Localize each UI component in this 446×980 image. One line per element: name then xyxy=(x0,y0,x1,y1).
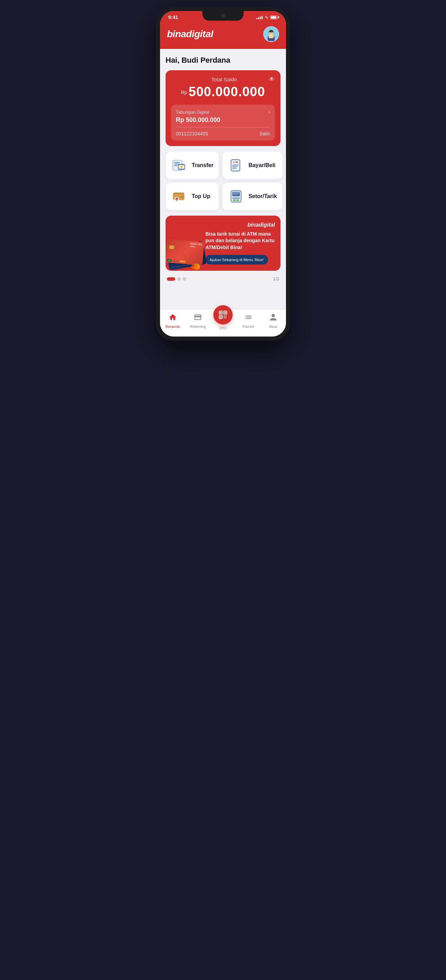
svg-rect-20 xyxy=(232,166,238,167)
banner-cta[interactable]: Ajukan Sekarang di Menu 'Akun' xyxy=(205,255,268,264)
akun-icon xyxy=(269,313,278,323)
svg-text:Rp: Rp xyxy=(234,161,237,164)
svg-rect-10 xyxy=(174,164,179,164)
account-number: 001122334455 xyxy=(176,131,208,137)
svg-rect-29 xyxy=(233,194,238,195)
pay-label: Bayar/Beli xyxy=(248,162,275,169)
phone-frame: 9:41 ∿ binadigital xyxy=(156,7,290,340)
svg-rect-33 xyxy=(220,312,222,313)
sub-card-amount: Rp 500.000.000 xyxy=(176,116,270,124)
signal-icon xyxy=(256,15,263,19)
svg-rect-40 xyxy=(224,317,225,318)
topup-button[interactable]: Top Up xyxy=(165,183,219,210)
transfer-label: Transfer xyxy=(192,162,213,169)
topup-icon xyxy=(171,188,187,205)
dot-2 xyxy=(177,277,181,281)
rekening-icon xyxy=(194,313,202,323)
app-logo: binadigital xyxy=(167,29,213,40)
svg-rect-37 xyxy=(220,317,222,318)
notch xyxy=(202,11,244,21)
nav-favorit[interactable]: Favorit xyxy=(236,313,261,329)
avatar[interactable] xyxy=(263,26,279,42)
battery-icon xyxy=(270,16,278,19)
svg-rect-35 xyxy=(225,312,226,313)
svg-rect-11 xyxy=(174,165,177,166)
phone-screen: 9:41 ∿ binadigital xyxy=(160,11,286,337)
svg-rect-41 xyxy=(225,317,227,318)
nav-beranda[interactable]: Beranda xyxy=(160,313,185,329)
status-icons: ∿ xyxy=(256,15,278,20)
app-header: binadigital xyxy=(160,22,286,49)
favorit-icon xyxy=(244,313,252,323)
nav-akun-label: Akun xyxy=(269,325,278,329)
atm-button[interactable]: Setor/Tarik xyxy=(222,183,282,210)
qr-icon xyxy=(218,310,228,320)
nav-rekening-label: Rekening xyxy=(190,325,206,329)
transfer-icon xyxy=(171,157,187,173)
balance-currency: Rp xyxy=(181,89,187,95)
svg-rect-38 xyxy=(224,315,225,317)
balance-number: 500.000.000 xyxy=(189,84,265,99)
svg-rect-21 xyxy=(232,168,236,169)
balance-amount: Rp 500.000.000 xyxy=(171,84,275,99)
wifi-icon: ∿ xyxy=(265,15,268,20)
svg-rect-24 xyxy=(181,196,184,198)
nav-qris-label: QRIS xyxy=(219,326,227,330)
svg-rect-30 xyxy=(232,198,240,199)
svg-rect-39 xyxy=(225,315,227,317)
dot-1 xyxy=(167,277,175,281)
main-content: Hai, Budi Perdana Total Saldo 👁 Rp 500.0… xyxy=(160,49,286,309)
home-icon xyxy=(168,313,177,323)
transfer-button[interactable]: Transfer xyxy=(165,151,219,179)
dots-indicator: 1/3 xyxy=(165,276,281,282)
dots-count: 1/3 xyxy=(273,276,279,282)
svg-rect-28 xyxy=(233,192,239,193)
eye-icon[interactable]: 👁 xyxy=(269,76,275,83)
status-time: 9:41 xyxy=(168,14,178,20)
svg-rect-3 xyxy=(269,35,274,38)
nav-akun[interactable]: Akun xyxy=(261,313,286,329)
chevron-right-icon: › xyxy=(268,109,270,115)
dots-left xyxy=(167,277,186,281)
qr-button[interactable] xyxy=(213,305,233,325)
copy-button[interactable]: Salin xyxy=(259,131,270,137)
card-front: BANK INAdigital GPN ATM DEBIT xyxy=(165,239,205,265)
banner-card[interactable]: BANK INAdigital 0000 0000 0000 0000 BANK… xyxy=(165,216,281,271)
balance-title: Total Saldo xyxy=(179,76,269,82)
nav-rekening[interactable]: Rekening xyxy=(185,313,210,329)
dot-3 xyxy=(183,277,186,281)
balance-card: Total Saldo 👁 Rp 500.000.000 Tabungan Di… xyxy=(165,70,281,146)
atm-label: Setor/Tarik xyxy=(248,193,277,199)
bottom-nav: Beranda Rekening xyxy=(160,309,286,337)
topup-label: Top Up xyxy=(192,193,210,199)
banner-text: Bisa tarik tunai di ATM mana pun dan bel… xyxy=(205,231,275,251)
pay-icon: Rp xyxy=(228,157,244,173)
svg-rect-19 xyxy=(232,165,238,165)
action-grid: Transfer Rp xyxy=(165,151,281,210)
banner-cards: BANK INAdigital 0000 0000 0000 0000 BANK… xyxy=(165,239,203,267)
nav-qris[interactable]: QRIS xyxy=(210,312,235,330)
banner-logo: binadigital xyxy=(205,222,275,228)
pay-button[interactable]: Rp Bayar/Beli xyxy=(222,151,282,179)
atm-icon xyxy=(228,188,244,205)
svg-rect-9 xyxy=(174,162,179,163)
nav-favorit-label: Favorit xyxy=(242,325,254,329)
balance-sub-card[interactable]: Tabungan Digital › Rp 500.000.000 001122… xyxy=(171,105,275,140)
nav-beranda-label: Beranda xyxy=(165,325,180,329)
sub-card-label: Tabungan Digital xyxy=(176,110,209,115)
greeting: Hai, Budi Perdana xyxy=(165,56,281,65)
camera xyxy=(221,14,225,18)
